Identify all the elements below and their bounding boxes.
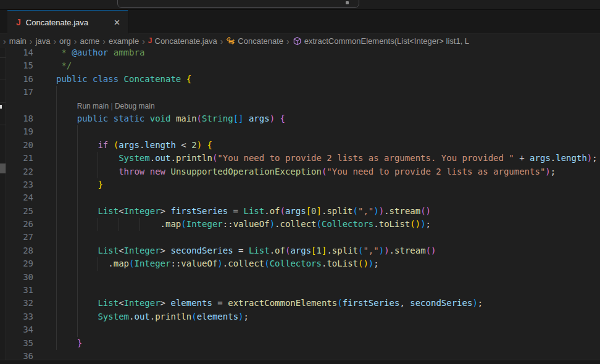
code-line[interactable]: 16public class Concatenate { (6, 73, 600, 86)
code-text[interactable] (41, 231, 600, 244)
code-text[interactable]: List<Integer> elements = extractCommonEl… (41, 297, 600, 310)
line-number[interactable]: 17 (6, 86, 41, 99)
code-line[interactable]: 15 */ (6, 59, 600, 72)
line-number[interactable]: 27 (6, 231, 41, 244)
code-text[interactable]: } (41, 337, 600, 350)
divider (0, 102, 6, 103)
line-number[interactable]: 26 (6, 218, 41, 231)
line-number[interactable]: 25 (6, 205, 41, 218)
line-number[interactable]: 32 (6, 297, 41, 310)
line-number[interactable]: 31 (6, 284, 41, 297)
code-text[interactable]: throw new UnsupportedOperationException(… (41, 165, 600, 178)
breadcrumb-label: org (59, 36, 71, 46)
line-number[interactable]: 29 (6, 257, 41, 270)
breadcrumb-item[interactable]: JConcatenate.java (148, 36, 217, 46)
code-text[interactable] (41, 125, 600, 138)
token: split (327, 206, 352, 216)
token: if (98, 140, 108, 150)
code-text[interactable] (41, 284, 600, 297)
token: List (243, 206, 264, 216)
code-text[interactable]: List<Integer> firstSeries = List.of(args… (41, 205, 600, 218)
code-line[interactable]: 28 List<Integer> secondSeries = List.of(… (6, 244, 600, 257)
line-number[interactable]: 24 (6, 191, 41, 204)
code-line[interactable]: 27 (6, 231, 600, 244)
token: System (119, 153, 150, 163)
line-number[interactable]: 34 (6, 323, 41, 336)
token: String (202, 114, 233, 123)
codelens-row[interactable]: Run main | Debug main (6, 99, 600, 112)
code-line[interactable]: 20 if (args.length < 2) { (6, 139, 600, 152)
code-text[interactable]: Run main | Debug main (41, 99, 600, 112)
line-number[interactable]: 19 (6, 125, 41, 138)
token: ( (197, 114, 202, 123)
command-center[interactable] (117, 0, 359, 8)
indent-guide (56, 257, 57, 270)
breadcrumb-item[interactable]: extractCommonElements(List<Integer> list… (293, 36, 469, 46)
token (243, 114, 248, 123)
code-line[interactable]: 31 (6, 284, 600, 297)
token: collect (280, 219, 317, 229)
line-number[interactable]: 30 (6, 271, 41, 284)
code-line[interactable]: 29 .map(Integer::valueOf).collect(Collec… (6, 257, 600, 270)
codelens-run-main[interactable]: Run main (77, 102, 109, 110)
code-text[interactable] (41, 271, 600, 284)
code-line[interactable]: 17 (6, 86, 600, 99)
code-line[interactable]: 14 * @author ammbra (6, 48, 600, 59)
code-text[interactable] (41, 86, 600, 99)
breadcrumb-item[interactable]: Concatenate (226, 36, 283, 46)
code-text[interactable]: } (41, 178, 600, 191)
code-text[interactable]: System.out.println(elements); (41, 310, 600, 323)
close-icon[interactable]: ✕ (112, 17, 122, 28)
scrollbar-thumb[interactable] (0, 163, 6, 173)
code-text[interactable]: public static void main(String[] args) { (41, 112, 600, 125)
line-number[interactable]: 14 (6, 48, 41, 59)
code-text[interactable]: if (args.length < 2) { (41, 139, 600, 152)
code-line[interactable]: 23 } (6, 178, 600, 191)
indent-guide (56, 139, 57, 152)
breadcrumb-item[interactable]: acme (80, 36, 100, 46)
code-line[interactable]: 18 public static void main(String[] args… (6, 112, 600, 125)
code-text[interactable]: public class Concatenate { (41, 73, 600, 86)
breadcrumb-item[interactable]: org (59, 36, 71, 46)
code-line[interactable]: 26 .map(Integer::valueOf).collect(Collec… (6, 218, 600, 231)
indent-guide (77, 178, 78, 191)
line-number[interactable]: 15 (6, 59, 41, 72)
breadcrumb-item[interactable]: main (9, 36, 27, 46)
code-line[interactable]: 21 System.out.println("You need to provi… (6, 152, 600, 165)
line-number[interactable]: 21 (6, 152, 41, 165)
code-line[interactable]: 25 List<Integer> firstSeries = List.of(a… (6, 205, 600, 218)
code-text[interactable]: List<Integer> secondSeries = List.of(arg… (41, 244, 600, 257)
code-text[interactable]: .map(Integer::valueOf).collect(Collector… (41, 257, 600, 270)
title-bar (0, 0, 600, 10)
line-number[interactable]: 23 (6, 178, 41, 191)
code-text[interactable] (41, 323, 600, 336)
code-editor[interactable]: 14 * @author ammbra15 */16public class C… (6, 48, 600, 364)
tab-concatenate-java[interactable]: J Concatenate.java ✕ (7, 9, 128, 34)
code-line[interactable]: 35 } (6, 337, 600, 350)
codelens-debug-main[interactable]: Debug main (115, 102, 155, 110)
breadcrumb-item[interactable]: java (36, 36, 51, 46)
line-number[interactable]: 35 (6, 337, 41, 350)
code-text[interactable]: System.out.println("You need to provide … (41, 152, 600, 165)
code-line[interactable]: 30 (6, 271, 600, 284)
code-text[interactable]: */ (41, 59, 600, 72)
code-line[interactable]: 19 (6, 125, 600, 138)
code-line[interactable]: 32 List<Integer> elements = extractCommo… (6, 297, 600, 310)
code-line[interactable]: 22 throw new UnsupportedOperationExcepti… (6, 165, 600, 178)
code-line[interactable]: 33 System.out.println(elements); (6, 310, 600, 323)
code-line[interactable]: 24 (6, 191, 600, 204)
line-number[interactable]: 33 (6, 310, 41, 323)
line-number[interactable]: 18 (6, 112, 41, 125)
code-text[interactable]: .map(Integer::valueOf).collect(Collector… (41, 218, 600, 231)
breadcrumb-item[interactable]: example (109, 36, 139, 46)
token: firstSeries (170, 206, 228, 216)
line-number[interactable]: 28 (6, 244, 41, 257)
code-text[interactable] (41, 191, 600, 204)
line-number[interactable]: 22 (6, 165, 41, 178)
code-line[interactable]: 34 (6, 323, 600, 336)
chevron-right-icon: › (102, 37, 106, 46)
line-number[interactable]: 20 (6, 139, 41, 152)
line-number[interactable]: 16 (6, 73, 41, 86)
code-text[interactable]: * @author ammbra (41, 48, 600, 59)
token: } (77, 338, 82, 348)
